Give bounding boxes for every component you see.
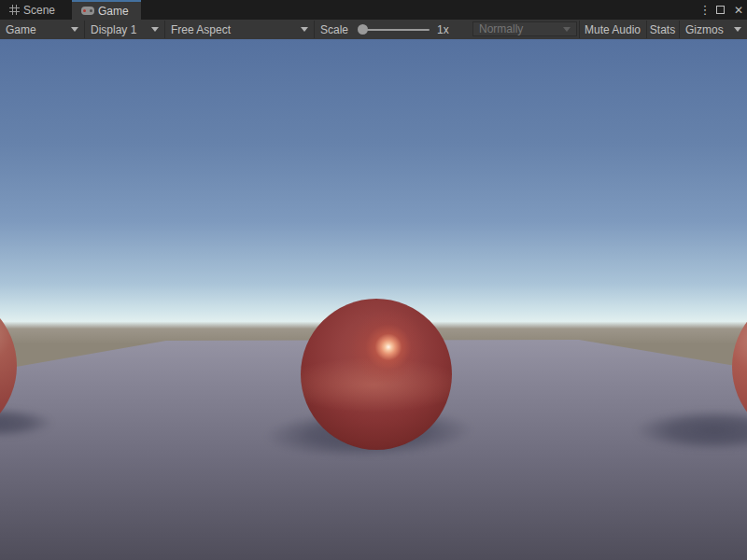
- aspect-ratio-label: Free Aspect: [171, 23, 231, 36]
- tab-bar: Scene Game ⋮ ✕: [0, 0, 747, 20]
- scale-slider-knob[interactable]: [358, 24, 368, 35]
- scale-label: Scale: [320, 20, 348, 39]
- game-render-viewport[interactable]: [0, 39, 747, 560]
- play-mode-label: Normally: [479, 22, 523, 35]
- chevron-down-icon: [734, 27, 741, 32]
- gizmos-dropdown[interactable]: Gizmos: [680, 20, 747, 39]
- play-mode-dropdown: Normally: [472, 21, 577, 36]
- chevron-down-icon: [563, 27, 571, 32]
- red-sphere-center: [301, 299, 452, 450]
- tab-game-label: Game: [98, 5, 129, 18]
- tab-game[interactable]: Game: [72, 0, 141, 20]
- gizmos-label: Gizmos: [685, 23, 724, 36]
- chevron-down-icon: [151, 27, 159, 32]
- maximize-icon[interactable]: [716, 6, 725, 14]
- chevron-down-icon: [71, 27, 78, 32]
- game-dropdown[interactable]: Game: [0, 20, 84, 39]
- unity-game-view-window: Scene Game ⋮ ✕ Game Display 1 Free Aspec…: [0, 0, 747, 560]
- mute-audio-button[interactable]: Mute Audio: [579, 20, 646, 39]
- close-icon[interactable]: ✕: [732, 0, 745, 20]
- chevron-down-icon: [301, 27, 308, 32]
- display-dropdown[interactable]: Display 1: [85, 20, 164, 39]
- display-dropdown-label: Display 1: [91, 23, 136, 36]
- aspect-ratio-dropdown[interactable]: Free Aspect: [165, 20, 314, 39]
- scale-slider-track[interactable]: [359, 29, 430, 31]
- gamepad-icon: [81, 7, 94, 15]
- scene-grid-icon: [9, 5, 20, 15]
- scale-value: 1x: [437, 20, 449, 39]
- toolbar-separator: [314, 21, 315, 38]
- stats-button[interactable]: Stats: [646, 20, 679, 39]
- game-view-toolbar: Game Display 1 Free Aspect Scale 1x Norm…: [0, 20, 747, 40]
- tab-scene-label: Scene: [23, 4, 55, 17]
- kebab-menu-icon[interactable]: ⋮: [698, 0, 712, 20]
- game-dropdown-label: Game: [6, 23, 36, 36]
- tab-scene[interactable]: Scene: [0, 0, 71, 20]
